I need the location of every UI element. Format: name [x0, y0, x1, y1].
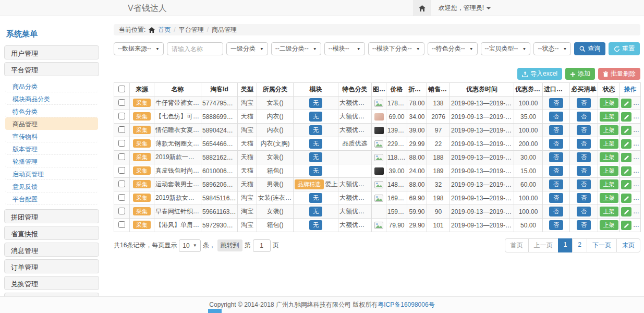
imported-toggle-button[interactable]: 否: [549, 193, 563, 203]
imported-toggle-button[interactable]: 否: [549, 207, 563, 216]
sidebar-group[interactable]: 省直快报: [4, 226, 99, 240]
status-button[interactable]: 上架: [600, 193, 618, 203]
must-buy-toggle-button[interactable]: 否: [577, 139, 591, 149]
module-badge: 无: [309, 98, 322, 108]
sidebar-item[interactable]: 版本管理: [5, 142, 98, 155]
filter-select[interactable]: 一级分类▼: [226, 42, 268, 55]
row-checkbox[interactable]: [118, 140, 125, 147]
imported-toggle-button[interactable]: 否: [549, 166, 563, 176]
pager-button[interactable]: 上一页: [528, 238, 558, 252]
sidebar-group[interactable]: 拼团管理: [4, 209, 99, 223]
sidebar-group[interactable]: 兑换管理: [4, 276, 99, 290]
imported-toggle-button[interactable]: 否: [549, 152, 563, 162]
sidebar-item[interactable]: 启动页管理: [5, 167, 98, 180]
must-buy-toggle-button[interactable]: 否: [577, 207, 591, 216]
edit-button[interactable]: [621, 153, 631, 162]
pager-button[interactable]: 2: [572, 238, 587, 252]
sidebar-item[interactable]: 特色分类: [5, 105, 98, 117]
import-excel-button[interactable]: 导入excel: [517, 68, 562, 80]
batch-delete-button[interactable]: 批量删除: [598, 68, 640, 80]
pager-button[interactable]: 下一页: [587, 238, 617, 252]
imported-toggle-button[interactable]: 否: [549, 179, 563, 189]
filter-select[interactable]: --特色分类--▼: [428, 42, 478, 55]
edit-button[interactable]: [621, 99, 631, 108]
breadcrumb-home-link[interactable]: 首页: [158, 26, 171, 34]
imported-toggle-button[interactable]: 否: [549, 98, 563, 108]
per-page-select[interactable]: 10 ▼: [179, 239, 200, 252]
sidebar-item[interactable]: 轮播管理: [5, 155, 98, 167]
module-badge: 无: [309, 220, 322, 230]
filter-select[interactable]: --模块下分类--▼: [368, 42, 424, 55]
imported-toggle-button[interactable]: 否: [549, 125, 563, 135]
must-buy-toggle-button[interactable]: 否: [577, 112, 591, 122]
row-checkbox[interactable]: [118, 208, 125, 214]
must-buy-toggle-button[interactable]: 否: [577, 98, 591, 108]
sidebar-item[interactable]: 平台配置: [5, 192, 98, 205]
edit-button[interactable]: [621, 166, 631, 176]
status-button[interactable]: 上架: [600, 207, 618, 216]
row-checkbox[interactable]: [118, 221, 125, 228]
edit-button[interactable]: [621, 126, 631, 135]
row-checkbox[interactable]: [118, 167, 125, 174]
sidebar-item[interactable]: 商品管理: [5, 117, 98, 130]
icp-link[interactable]: 粤ICP备16098006号: [378, 301, 434, 308]
sidebar-group[interactable]: 用户管理: [4, 45, 99, 59]
status-button[interactable]: 上架: [600, 139, 618, 149]
imported-toggle-button[interactable]: 否: [549, 220, 563, 230]
home-button[interactable]: [414, 0, 431, 16]
row-checkbox[interactable]: [118, 113, 125, 119]
status-button[interactable]: 上架: [600, 152, 618, 162]
select-all-checkbox[interactable]: [118, 86, 125, 92]
row-checkbox[interactable]: [118, 126, 125, 133]
must-buy-toggle-button[interactable]: 否: [577, 193, 591, 203]
pager-button[interactable]: 末页: [616, 238, 640, 252]
search-button[interactable]: 查询: [574, 42, 605, 55]
table-row: 采集【七色纺】可爱纯棉家...588869917501天猫内衣()无大额优惠券6…: [114, 110, 641, 124]
edit-button[interactable]: [621, 207, 631, 216]
status-button[interactable]: 上架: [600, 179, 618, 189]
sidebar-item[interactable]: 意见反馈: [5, 180, 98, 192]
sidebar-item[interactable]: 宣传物料: [5, 130, 98, 142]
jump-page-input[interactable]: [253, 239, 271, 252]
must-buy-toggle-button[interactable]: 否: [577, 220, 591, 230]
imported-toggle-button[interactable]: 否: [549, 112, 563, 122]
reset-button[interactable]: 重置: [609, 42, 640, 55]
add-button[interactable]: 添加: [565, 68, 595, 80]
edit-button[interactable]: [621, 139, 631, 149]
edit-button[interactable]: [621, 194, 631, 203]
sidebar-item[interactable]: 模块商品分类: [5, 92, 98, 105]
filter-select[interactable]: --二级分类--▼: [271, 42, 321, 55]
row-checkbox[interactable]: [118, 180, 125, 187]
user-menu[interactable]: 欢迎您，管理员!: [431, 0, 498, 16]
must-buy-toggle-button[interactable]: 否: [577, 125, 591, 135]
pager-button[interactable]: 首页: [505, 238, 529, 252]
row-checkbox[interactable]: [118, 153, 125, 160]
status-button[interactable]: 上架: [600, 112, 618, 122]
sidebar-group[interactable]: 平台管理: [4, 62, 99, 76]
imported-toggle-button[interactable]: 否: [549, 139, 563, 149]
row-checkbox[interactable]: [118, 194, 125, 201]
filter-select[interactable]: --宝贝类型--▼: [481, 42, 531, 55]
must-buy-toggle-button[interactable]: 否: [577, 166, 591, 176]
status-button[interactable]: 上架: [600, 166, 618, 176]
edit-button[interactable]: [621, 180, 631, 189]
status-button[interactable]: 上架: [600, 125, 618, 135]
name-search-input[interactable]: [167, 42, 223, 55]
sidebar-item[interactable]: 商品分类: [5, 80, 98, 92]
edit-button[interactable]: [621, 112, 631, 122]
pager-button[interactable]: 1: [558, 238, 573, 252]
must-buy-toggle-button[interactable]: 否: [577, 152, 591, 162]
status-button[interactable]: 上架: [600, 98, 618, 108]
name-cell: 【港风】单肩斜跨链条...: [154, 219, 201, 232]
must-buy-toggle-button[interactable]: 否: [577, 179, 591, 189]
filter-select[interactable]: --状态--▼: [533, 42, 571, 55]
edit-button[interactable]: [621, 221, 631, 230]
row-checkbox[interactable]: [118, 99, 125, 106]
sidebar-group[interactable]: 消息管理: [4, 243, 99, 257]
filter-select[interactable]: --模块--▼: [324, 42, 365, 55]
module-badge: 无: [309, 207, 322, 216]
filter-select[interactable]: --数据来源--▼: [114, 42, 164, 55]
sidebar-group[interactable]: 订单管理: [4, 259, 99, 273]
status-button[interactable]: 上架: [600, 220, 618, 230]
jump-button[interactable]: 跳转到: [217, 239, 242, 251]
